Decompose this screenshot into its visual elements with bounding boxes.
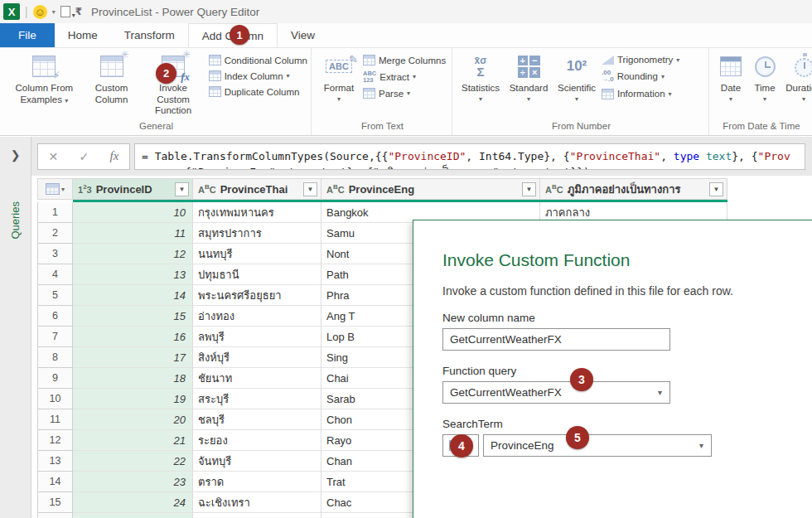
rounding-button[interactable]: .00 →.0 Rounding ▾: [602, 70, 679, 84]
column-header-provincethai[interactable]: ABC ProvinceThai ▼: [193, 178, 321, 200]
column-header-provinceeng[interactable]: ABC ProvinceEng ▼: [321, 178, 540, 200]
cell-province-id[interactable]: 21: [73, 430, 193, 451]
cell-province-thai[interactable]: ระยอง: [193, 430, 321, 451]
row-number[interactable]: 5: [37, 285, 73, 306]
tab-view[interactable]: View: [278, 23, 328, 47]
cell-province-thai[interactable]: พระนครศรีอยุธยา: [193, 285, 321, 306]
row-number[interactable]: 13: [37, 451, 73, 472]
cell-province-id[interactable]: 13: [73, 264, 193, 285]
tab-home[interactable]: Home: [55, 23, 111, 47]
cell-province-id[interactable]: 17: [73, 347, 193, 368]
column-filter-dropdown[interactable]: ▼: [175, 182, 189, 196]
row-number[interactable]: 3: [37, 244, 73, 264]
column-filter-dropdown[interactable]: ▼: [709, 182, 723, 196]
cell-province-id[interactable]: 23: [73, 472, 193, 492]
dropdown-caret-icon: ▾: [413, 73, 416, 80]
chevron-down-icon: ▾: [61, 186, 65, 193]
excel-app-icon: X: [3, 3, 20, 20]
cell-province-thai[interactable]: ชัยนาท: [193, 368, 321, 389]
row-number[interactable]: 4: [37, 264, 73, 285]
invoke-custom-function-button[interactable]: ✳fx Invoke Custom Function: [139, 51, 206, 119]
column-from-examples-button[interactable]: ⚡ Column From Examples ▾: [5, 51, 84, 108]
cell-province-id[interactable]: 20: [73, 409, 193, 430]
row-number[interactable]: 8: [37, 347, 73, 368]
cell-province-id[interactable]: 15: [73, 306, 193, 327]
tab-transform[interactable]: Transform: [111, 23, 188, 47]
commit-formula-button[interactable]: ✓: [80, 150, 89, 163]
row-number[interactable]: 9: [37, 368, 73, 389]
parse-button[interactable]: Parse ▾: [363, 88, 446, 99]
cell-province-thai[interactable]: สมุทรปราการ: [193, 223, 321, 244]
table-icon: [46, 183, 60, 195]
cell-province-thai[interactable]: สิงห์บุรี: [193, 347, 321, 368]
formula-bar: ✕ ✓ fx = Table.TransformColumnTypes(Sour…: [31, 137, 812, 176]
cancel-formula-button[interactable]: ✕: [49, 150, 59, 163]
merge-columns-button[interactable]: Merge Columns: [363, 55, 446, 65]
time-button[interactable]: Time▾: [749, 51, 781, 105]
expand-queries-pane-button[interactable]: ❯: [11, 148, 21, 162]
scientific-button[interactable]: 10² Scientific▾: [553, 51, 600, 105]
cell-province-thai[interactable]: ลพบุรี: [193, 327, 321, 347]
extract-button[interactable]: ABC123 Extract ▾: [363, 70, 446, 83]
searchterm-value-dropdown[interactable]: ProvinceEng: [483, 434, 712, 457]
row-number[interactable]: 6: [37, 306, 73, 327]
cell-province-id[interactable]: 24: [73, 492, 193, 513]
table-corner-menu[interactable]: ▾: [37, 178, 73, 200]
custom-column-button[interactable]: ✳ Custom Column: [85, 51, 138, 108]
cell-province-thai[interactable]: ชลบุรี: [193, 409, 321, 430]
cell-province-id[interactable]: 14: [73, 285, 193, 306]
save-document-icon[interactable]: [60, 6, 70, 17]
queries-pane-label[interactable]: Queries: [9, 201, 22, 240]
column-filter-dropdown[interactable]: ▼: [522, 182, 536, 196]
information-button[interactable]: Information ▾: [602, 89, 679, 99]
column-filter-dropdown[interactable]: ▼: [303, 182, 317, 196]
cell-province-id[interactable]: 22: [73, 451, 193, 472]
row-number[interactable]: 7: [37, 327, 73, 347]
row-number[interactable]: 12: [37, 430, 73, 451]
cell-province-id[interactable]: 11: [73, 223, 193, 244]
cell-province-thai[interactable]: จันทบุรี: [193, 451, 321, 472]
duration-button[interactable]: Duration▾: [782, 51, 812, 105]
cell-province-thai[interactable]: นนทบุรี: [193, 244, 321, 264]
row-number[interactable]: 1: [37, 202, 73, 223]
function-query-dropdown[interactable]: GetCurrentWeatherFX: [442, 381, 670, 404]
power-query-editor-window: X | ☺ ▾ ₹ ProvinceList - Power Query Edi…: [0, 0, 812, 518]
standard-button[interactable]: +−÷× Standard▾: [505, 51, 552, 105]
conditional-column-button[interactable]: Conditional Column: [209, 55, 307, 65]
row-number[interactable]: 10: [37, 389, 73, 409]
cell-province-id[interactable]: 16: [73, 327, 193, 347]
cell-province-thai[interactable]: สระบุรี: [193, 389, 321, 409]
cell-province-thai[interactable]: [193, 513, 321, 518]
column-header-region[interactable]: ABC ภูมิภาคอย่างเป็นทางการ ▼: [540, 178, 727, 200]
format-button[interactable]: ABC Format▾: [317, 51, 361, 105]
cell-province-thai[interactable]: อ่างทอง: [193, 306, 321, 327]
row-number[interactable]: 14: [37, 472, 73, 492]
tab-file[interactable]: File: [0, 23, 55, 47]
cell-province-id[interactable]: 19: [73, 389, 193, 409]
date-button[interactable]: Date▾: [714, 51, 747, 105]
customize-toolbar-icon[interactable]: ₹: [75, 6, 81, 17]
cell-province-thai[interactable]: ตราด: [193, 472, 321, 492]
index-column-button[interactable]: Index Column ▾: [209, 70, 307, 81]
cell-province-id[interactable]: 18: [73, 368, 193, 389]
cell-province-id[interactable]: [73, 513, 193, 518]
cell-province-thai[interactable]: กรุงเทพมหานคร: [193, 202, 321, 223]
new-column-name-input[interactable]: GetCurrentWeatherFX: [442, 328, 670, 351]
row-number[interactable]: 11: [37, 409, 73, 430]
trigonometry-button[interactable]: Trigonometry ▾: [602, 55, 679, 65]
formula-input[interactable]: = Table.TransformColumnTypes(Source,{{"P…: [134, 143, 805, 170]
duplicate-column-button[interactable]: Duplicate Column: [209, 86, 307, 97]
cell-province-thai[interactable]: ปทุมธานี: [193, 264, 321, 285]
cell-province-id[interactable]: 12: [73, 244, 193, 264]
row-number[interactable]: [37, 513, 73, 518]
fx-icon[interactable]: fx: [110, 149, 119, 163]
row-number[interactable]: 2: [37, 223, 73, 244]
statistics-button[interactable]: x̄σΣ Statistics▾: [457, 51, 504, 105]
cell-province-thai[interactable]: ฉะเชิงเทรา: [193, 492, 321, 513]
column-header-provinceid[interactable]: 123 ProvinceID ▼: [73, 178, 193, 200]
dialog-title: Invoke Custom Function: [442, 250, 812, 270]
cell-province-id[interactable]: 10: [73, 202, 193, 223]
smiley-feedback-icon[interactable]: ☺: [33, 5, 47, 19]
row-number[interactable]: 15: [37, 492, 73, 513]
chevron-down-icon[interactable]: ▾: [52, 8, 56, 16]
